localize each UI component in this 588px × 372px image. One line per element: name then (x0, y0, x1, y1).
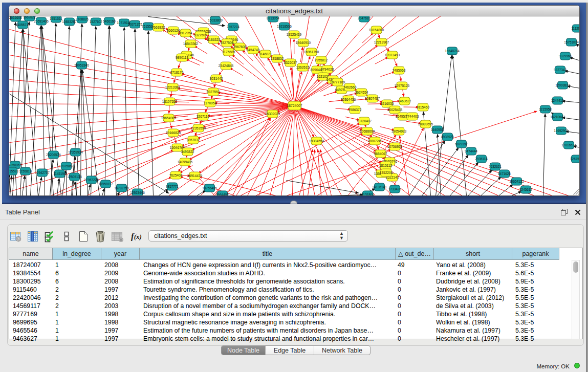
svg-text:7485063: 7485063 (393, 69, 406, 72)
svg-text:3915583: 3915583 (9, 169, 18, 173)
svg-text:16648784: 16648784 (445, 49, 460, 53)
svg-text:9327508: 9327508 (221, 41, 234, 45)
svg-text:7357274: 7357274 (227, 25, 239, 29)
svg-text:18107552: 18107552 (162, 100, 178, 103)
svg-text:12505135: 12505135 (67, 175, 82, 179)
svg-text:12923446: 12923446 (130, 191, 145, 194)
svg-text:9227342: 9227342 (554, 68, 567, 72)
svg-text:1733426: 1733426 (388, 187, 401, 191)
svg-text:9115460: 9115460 (417, 105, 430, 109)
svg-text:4350061: 4350061 (9, 163, 21, 167)
svg-text:20691406: 20691406 (34, 19, 49, 23)
svg-text:6879197: 6879197 (455, 142, 468, 146)
svg-text:2616608: 2616608 (9, 16, 22, 19)
svg-text:16033809: 16033809 (208, 18, 223, 22)
svg-text:20364436: 20364436 (341, 98, 356, 101)
svg-text:8912954: 8912954 (179, 31, 192, 35)
svg-text:1358852: 1358852 (271, 57, 284, 60)
svg-text:8664402: 8664402 (216, 193, 229, 195)
svg-text:12093822: 12093822 (555, 83, 570, 87)
svg-text:8322037: 8322037 (284, 61, 297, 64)
svg-text:16782759: 16782759 (114, 186, 129, 190)
svg-text:7986372: 7986372 (349, 108, 362, 112)
svg-text:1951551: 1951551 (50, 17, 62, 20)
svg-text:23424848: 23424848 (219, 64, 234, 68)
svg-text:16210643: 16210643 (550, 115, 565, 119)
svg-text:2047682: 2047682 (358, 16, 371, 20)
svg-text:20206576: 20206576 (46, 153, 61, 157)
svg-text:9146821: 9146821 (259, 52, 272, 56)
svg-text:3175685: 3175685 (222, 50, 235, 54)
svg-text:9794028: 9794028 (321, 68, 334, 71)
svg-text:9329966: 9329966 (559, 54, 572, 58)
svg-text:2967608: 2967608 (233, 45, 247, 49)
svg-text:9654067: 9654067 (374, 152, 387, 156)
svg-text:15751074: 15751074 (564, 40, 579, 44)
svg-text:10154808: 10154808 (369, 28, 384, 32)
svg-text:6466160: 6466160 (103, 19, 116, 23)
svg-text:15692901: 15692901 (554, 129, 569, 133)
svg-text:16914479: 16914479 (187, 174, 203, 178)
svg-text:10671355: 10671355 (127, 23, 142, 26)
svg-text:9327509: 9327509 (194, 33, 207, 37)
svg-text:10756928: 10756928 (387, 145, 403, 148)
svg-text:17359934: 17359934 (68, 150, 83, 154)
svg-text:8660124: 8660124 (167, 29, 180, 32)
svg-text:9474444: 9474444 (465, 149, 477, 153)
svg-text:3215958: 3215958 (539, 107, 552, 111)
svg-text:13756485: 13756485 (202, 186, 217, 190)
svg-text:1145194: 1145194 (53, 172, 66, 176)
svg-text:18724007: 18724007 (287, 104, 302, 107)
svg-text:10025438: 10025438 (387, 108, 403, 112)
svg-text:19384554: 19384554 (309, 139, 324, 143)
svg-text:1156819: 1156819 (19, 169, 32, 173)
svg-text:16961758: 16961758 (304, 50, 319, 54)
svg-text:19777169: 19777169 (330, 80, 345, 84)
svg-text:14055712: 14055712 (15, 23, 30, 27)
svg-text:1640953: 1640953 (431, 128, 444, 132)
svg-text:12975125: 12975125 (395, 84, 410, 87)
svg-text:19654923: 19654923 (391, 129, 407, 133)
svg-text:10958117: 10958117 (99, 182, 113, 186)
svg-text:7955812: 7955812 (315, 58, 328, 62)
svg-text:10807487: 10807487 (365, 97, 380, 100)
svg-text:1463627: 1463627 (398, 99, 411, 103)
svg-text:2718170: 2718170 (170, 71, 184, 74)
svg-text:19218506: 19218506 (277, 25, 292, 28)
svg-text:13525419: 13525419 (287, 33, 302, 36)
svg-text:6216035: 6216035 (381, 102, 394, 105)
svg-text:8938923: 8938923 (441, 135, 454, 139)
svg-text:16543362: 16543362 (183, 42, 199, 46)
svg-text:3624554: 3624554 (355, 91, 368, 94)
svg-text:7663822: 7663822 (152, 26, 165, 29)
svg-text:18640910: 18640910 (296, 41, 311, 45)
svg-text:1112998: 1112998 (572, 27, 579, 30)
svg-text:19654985: 19654985 (161, 116, 177, 120)
svg-text:12213381: 12213381 (165, 85, 181, 89)
svg-text:1352206: 1352206 (380, 171, 393, 174)
svg-text:8031442: 8031442 (210, 77, 223, 80)
svg-text:9131804: 9131804 (361, 193, 374, 195)
svg-text:1527602: 1527602 (90, 20, 102, 24)
svg-text:17016534: 17016534 (561, 143, 576, 147)
svg-text:2108826: 2108826 (76, 17, 89, 21)
svg-text:1815112: 1815112 (379, 164, 393, 167)
svg-text:18807249: 18807249 (367, 139, 383, 143)
svg-text:1170054: 1170054 (204, 101, 217, 105)
svg-text:10853287: 10853287 (62, 20, 77, 24)
svg-text:9857771: 9857771 (166, 185, 179, 188)
svg-text:3493822: 3493822 (181, 150, 194, 154)
svg-text:8927552: 8927552 (207, 90, 220, 94)
svg-text:20053346: 20053346 (74, 63, 89, 67)
svg-text:7744403: 7744403 (406, 115, 419, 118)
svg-text:14099485: 14099485 (178, 160, 193, 164)
svg-text:1662822: 1662822 (23, 16, 36, 19)
svg-text:8471626: 8471626 (498, 172, 511, 176)
svg-text:12353594: 12353594 (191, 126, 206, 130)
svg-text:15302029: 15302029 (265, 112, 280, 116)
svg-text:12942757: 12942757 (35, 171, 50, 174)
svg-text:10089695: 10089695 (418, 122, 433, 126)
svg-text:7462660: 7462660 (343, 85, 357, 89)
svg-text:1362615: 1362615 (296, 65, 310, 69)
svg-text:10973493: 10973493 (385, 53, 400, 57)
